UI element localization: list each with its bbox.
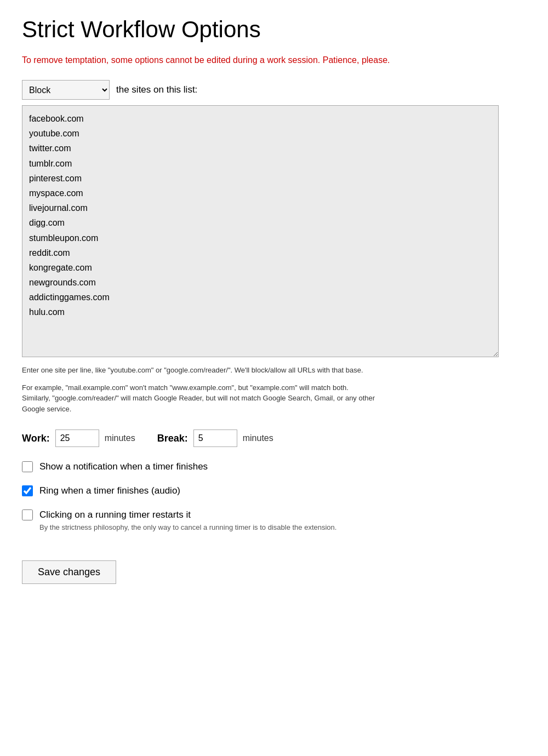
work-input[interactable] <box>55 429 99 447</box>
restart-label[interactable]: Clicking on a running timer restarts it <box>39 509 191 520</box>
hint-text-1: Enter one site per line, like "youtube.c… <box>22 365 378 376</box>
warning-text: To remove temptation, some options canno… <box>22 54 526 67</box>
break-unit: minutes <box>243 433 273 443</box>
notify-checkbox-row: Show a notification when a timer finishe… <box>22 460 526 473</box>
notify-checkbox[interactable] <box>22 461 33 472</box>
sites-textarea[interactable] <box>22 105 499 357</box>
block-label: the sites on this list: <box>116 84 197 95</box>
restart-checkbox[interactable] <box>22 509 33 520</box>
save-button[interactable]: Save changes <box>22 560 116 584</box>
restart-checkbox-row: Clicking on a running timer restarts it … <box>22 508 526 533</box>
restart-sublabel: By the strictness philosophy, the only w… <box>39 523 336 532</box>
work-unit: minutes <box>105 433 135 443</box>
work-label: Work: <box>22 433 50 444</box>
ring-checkbox[interactable] <box>22 485 33 496</box>
hint-text-2: For example, "mail.example.com" won't ma… <box>22 382 378 415</box>
page-title: Strict Workflow Options <box>22 16 526 43</box>
block-row: Block Allow the sites on this list: <box>22 80 526 100</box>
block-select[interactable]: Block Allow <box>22 80 110 100</box>
notify-label[interactable]: Show a notification when a timer finishe… <box>39 461 208 472</box>
ring-checkbox-row: Ring when a timer finishes (audio) <box>22 484 526 497</box>
break-label: Break: <box>157 433 188 444</box>
break-input[interactable] <box>193 429 237 447</box>
ring-label[interactable]: Ring when a timer finishes (audio) <box>39 485 180 496</box>
timer-row: Work: minutes Break: minutes <box>22 429 526 447</box>
